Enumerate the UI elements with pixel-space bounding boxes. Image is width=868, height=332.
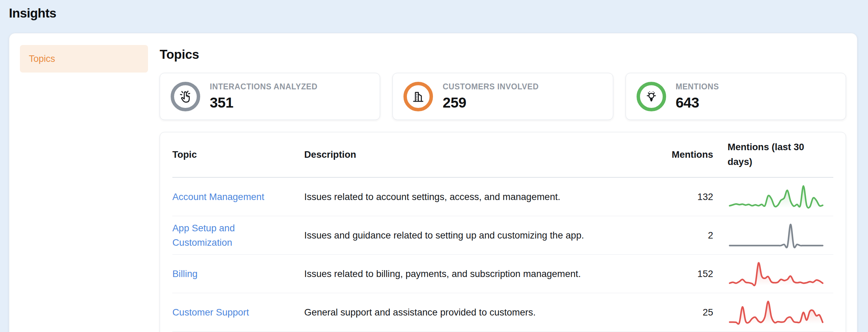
sidebar: Topics	[9, 33, 160, 332]
tap-hand-icon	[171, 82, 200, 111]
column-header-mentions: Mentions	[670, 149, 713, 160]
column-header-description: Description	[304, 149, 670, 160]
lightbulb-icon	[637, 82, 666, 111]
table-row: Billing Issues related to billing, payme…	[172, 255, 833, 293]
table-row: App Setup and Customization Issues and g…	[172, 216, 833, 255]
content-heading: Topics	[160, 47, 857, 62]
stat-card-mentions: MENTIONS 643	[626, 73, 846, 120]
stat-value: 259	[443, 95, 539, 111]
building-icon	[403, 82, 433, 111]
column-header-trend: Mentions (last 30 days)	[713, 140, 833, 169]
page-title: Insights	[9, 6, 56, 21]
mentions-count: 25	[670, 307, 713, 318]
stat-value: 351	[210, 95, 318, 111]
mentions-sparkline	[728, 299, 825, 326]
stat-value: 643	[676, 95, 719, 111]
column-header-topic: Topic	[172, 149, 304, 160]
stat-label: INTERACTIONS ANALYZED	[210, 82, 318, 91]
topic-description: General support and assistance provided …	[304, 307, 670, 318]
content-area: Topics INTERACTIONS ANALYZED 351	[160, 33, 857, 332]
topic-link-billing[interactable]: Billing	[172, 268, 197, 279]
topics-table: Topic Description Mentions Mentions (las…	[160, 132, 846, 332]
main-panel: Topics Topics INTERACTIONS ANALYZED 351	[9, 33, 857, 332]
table-row: Account Management Issues related to acc…	[172, 178, 833, 216]
stat-label: MENTIONS	[676, 82, 719, 91]
mentions-sparkline	[728, 260, 825, 288]
stat-card-customers: CUSTOMERS INVOLVED 259	[392, 73, 613, 120]
table-header-row: Topic Description Mentions Mentions (las…	[172, 132, 833, 178]
mentions-sparkline	[728, 222, 825, 249]
mentions-count: 2	[670, 230, 713, 241]
sidebar-item-label: Topics	[29, 54, 55, 64]
topic-description: Issues related to billing, payments, and…	[304, 268, 670, 279]
sidebar-item-topics[interactable]: Topics	[20, 45, 148, 73]
mentions-count: 152	[670, 268, 713, 279]
mentions-sparkline	[728, 183, 825, 211]
topic-link-account-management[interactable]: Account Management	[172, 191, 264, 202]
topic-link-app-setup[interactable]: App Setup and Customization	[172, 223, 235, 247]
stats-row: INTERACTIONS ANALYZED 351	[160, 73, 846, 120]
stat-label: CUSTOMERS INVOLVED	[443, 82, 539, 91]
topic-description: Issues related to account settings, acce…	[304, 191, 670, 202]
topic-description: Issues and guidance related to setting u…	[304, 230, 670, 241]
topic-link-customer-support[interactable]: Customer Support	[172, 307, 249, 318]
stat-card-interactions: INTERACTIONS ANALYZED 351	[160, 73, 380, 120]
mentions-count: 132	[670, 191, 713, 202]
table-row: Customer Support General support and ass…	[172, 293, 833, 332]
